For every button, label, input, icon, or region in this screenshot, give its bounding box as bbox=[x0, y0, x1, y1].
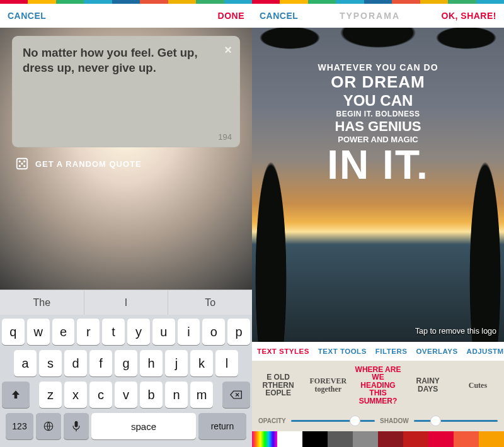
svg-point-1 bbox=[19, 161, 21, 162]
sugg-0[interactable]: The bbox=[0, 290, 84, 315]
key-w[interactable]: w bbox=[27, 319, 50, 345]
editor-panel: × No matter how you feel. Get up, dress … bbox=[0, 28, 252, 290]
header: CANCEL TYPORAMA OK, SHARE! bbox=[252, 4, 504, 28]
svg-point-4 bbox=[19, 165, 21, 167]
key-k[interactable]: k bbox=[190, 350, 213, 376]
ov-line3: YOU CAN bbox=[290, 92, 466, 110]
screen-preview: CANCEL TYPORAMA OK, SHARE! WHATEVER YOU … bbox=[252, 0, 504, 447]
key-g[interactable]: g bbox=[115, 350, 137, 376]
key-h[interactable]: h bbox=[140, 350, 163, 376]
svg-rect-7 bbox=[75, 421, 78, 427]
backspace-key[interactable] bbox=[222, 382, 250, 408]
key-b[interactable]: b bbox=[140, 382, 163, 408]
globe-key[interactable] bbox=[36, 413, 61, 439]
screen-text-input: CANCEL DONE × No matter how you feel. Ge… bbox=[0, 0, 252, 447]
key-t[interactable]: t bbox=[102, 319, 125, 345]
text-overlay[interactable]: WHATEVER YOU CAN DO OR DREAM YOU CAN BEG… bbox=[290, 62, 466, 182]
return-key[interactable]: return bbox=[198, 413, 246, 439]
swatch[interactable] bbox=[479, 431, 504, 447]
tab-overlays[interactable]: OVERLAYS bbox=[416, 348, 457, 355]
swatch[interactable] bbox=[403, 431, 428, 447]
sugg-1[interactable]: I bbox=[84, 290, 169, 315]
shadow-label: SHADOW bbox=[380, 417, 409, 424]
ov-line1: WHATEVER YOU CAN DO bbox=[290, 62, 466, 72]
canvas[interactable]: WHATEVER YOU CAN DO OR DREAM YOU CAN BEG… bbox=[252, 28, 504, 342]
ov-line5: HAS GENIUS bbox=[290, 118, 466, 135]
sugg-2[interactable]: To bbox=[168, 290, 252, 315]
mic-key[interactable] bbox=[64, 413, 89, 439]
key-f[interactable]: f bbox=[89, 350, 112, 376]
ov-line2: OR DREAM bbox=[290, 72, 466, 92]
swatch[interactable] bbox=[353, 431, 378, 447]
quote-input-card[interactable]: × No matter how you feel. Get up, dress … bbox=[13, 37, 239, 147]
key-o[interactable]: o bbox=[202, 319, 225, 345]
opacity-label: OPACITY bbox=[258, 417, 286, 424]
random-quote-button[interactable]: GET A RANDOM QUOTE bbox=[15, 157, 237, 171]
swatch[interactable] bbox=[277, 431, 302, 447]
key-s[interactable]: s bbox=[39, 350, 62, 376]
key-l[interactable]: l bbox=[215, 350, 238, 376]
close-icon[interactable]: × bbox=[224, 43, 232, 57]
style-tile[interactable]: E OLDRTHERNEOPLE bbox=[253, 373, 303, 397]
share-button[interactable]: OK, SHARE! bbox=[442, 11, 496, 21]
key-p[interactable]: p bbox=[227, 319, 250, 345]
svg-point-5 bbox=[23, 165, 25, 167]
key-y[interactable]: y bbox=[127, 319, 150, 345]
swatch[interactable] bbox=[252, 431, 277, 447]
cancel-button[interactable]: CANCEL bbox=[8, 11, 46, 21]
key-q[interactable]: q bbox=[2, 319, 25, 345]
done-button[interactable]: DONE bbox=[218, 11, 244, 21]
key-c[interactable]: c bbox=[89, 382, 112, 408]
key-j[interactable]: j bbox=[165, 350, 188, 376]
dice-icon bbox=[15, 157, 29, 171]
swatch[interactable] bbox=[428, 431, 454, 447]
key-e[interactable]: e bbox=[52, 319, 75, 345]
tab-text-tools[interactable]: TEXT TOOLS bbox=[318, 348, 367, 355]
swatch[interactable] bbox=[378, 431, 403, 447]
app-title: TYPORAMA bbox=[340, 11, 400, 21]
key-x[interactable]: x bbox=[64, 382, 87, 408]
key-m[interactable]: m bbox=[190, 382, 213, 408]
remove-logo-hint[interactable]: Tap to remove this logo bbox=[415, 327, 496, 336]
cancel-button[interactable]: CANCEL bbox=[260, 11, 298, 21]
swatch[interactable] bbox=[328, 431, 353, 447]
style-tile[interactable]: WHERE ARE WEHEADINGTHISSUMMER? bbox=[353, 366, 403, 405]
slider-row: OPACITY SHADOW bbox=[252, 410, 504, 431]
key-d[interactable]: d bbox=[64, 350, 87, 376]
shadow-slider[interactable] bbox=[414, 420, 498, 422]
style-tile[interactable]: FOREVERtogether bbox=[303, 377, 353, 393]
tool-tabs: TEXT STYLESTEXT TOOLSFILTERSOVERLAYSADJU… bbox=[252, 342, 504, 361]
key-v[interactable]: v bbox=[115, 382, 137, 408]
keyboard: qwertyuiop asdfghjkl zxcvbnm 123 space r… bbox=[0, 315, 252, 447]
tab-adjustments[interactable]: ADJUSTMENTS bbox=[467, 348, 504, 355]
key-a[interactable]: a bbox=[14, 350, 37, 376]
opacity-slider[interactable] bbox=[291, 420, 375, 422]
keyboard-suggestions: The I To bbox=[0, 290, 252, 315]
key-r[interactable]: r bbox=[77, 319, 100, 345]
ov-line4: BEGIN IT. BOLDNESS bbox=[290, 110, 466, 118]
svg-point-3 bbox=[21, 162, 23, 164]
quote-text[interactable]: No matter how you feel. Get up, dress up… bbox=[23, 45, 229, 76]
style-tile[interactable]: RAINYDAYS bbox=[403, 377, 453, 393]
random-quote-label: GET A RANDOM QUOTE bbox=[35, 159, 142, 169]
svg-point-2 bbox=[23, 161, 25, 162]
header: CANCEL DONE bbox=[0, 4, 252, 28]
tab-filters[interactable]: FILTERS bbox=[375, 348, 408, 355]
style-tile[interactable]: Cutes bbox=[453, 382, 503, 390]
space-key[interactable]: space bbox=[91, 413, 196, 439]
key-n[interactable]: n bbox=[165, 382, 188, 408]
key-i[interactable]: i bbox=[178, 319, 200, 345]
tab-text-styles[interactable]: TEXT STYLES bbox=[257, 348, 309, 355]
color-swatches bbox=[252, 431, 504, 447]
shift-key[interactable] bbox=[2, 382, 30, 408]
style-carousel[interactable]: E OLDRTHERNEOPLEFOREVERtogetherWHERE ARE… bbox=[252, 361, 504, 410]
key-z[interactable]: z bbox=[39, 382, 62, 408]
swatch[interactable] bbox=[302, 431, 328, 447]
key-u[interactable]: u bbox=[152, 319, 175, 345]
ov-big: IN IT. bbox=[290, 148, 466, 182]
numbers-key[interactable]: 123 bbox=[6, 413, 33, 439]
char-counter: 194 bbox=[218, 132, 232, 142]
swatch[interactable] bbox=[454, 431, 479, 447]
